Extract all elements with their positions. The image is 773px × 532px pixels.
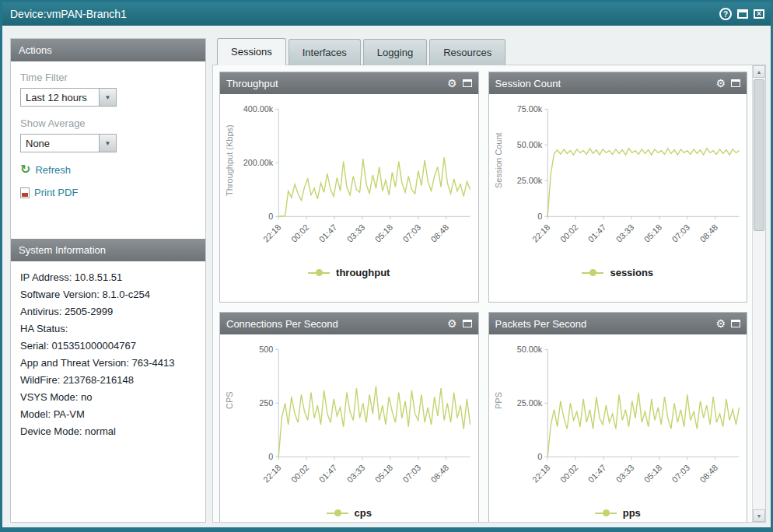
- svg-text:05:18: 05:18: [642, 463, 663, 485]
- session-count-y-axis-label: Session Count: [492, 102, 505, 219]
- scrollbar-thumb[interactable]: [754, 79, 764, 231]
- window-icon[interactable]: [731, 79, 740, 87]
- pps-legend: pps: [489, 507, 747, 519]
- vertical-scrollbar[interactable]: ▲ ▼: [752, 65, 765, 522]
- svg-text:08:48: 08:48: [428, 222, 450, 244]
- cps-legend: cps: [220, 507, 478, 519]
- svg-text:00:02: 00:02: [558, 463, 579, 485]
- time-filter-dropdown-button[interactable]: ▼: [99, 89, 116, 106]
- actions-header: Actions: [11, 39, 205, 61]
- gear-icon[interactable]: ⚙: [715, 78, 726, 89]
- svg-text:07:03: 07:03: [401, 222, 423, 244]
- throughput-panel-header: Throughput ⚙: [220, 72, 478, 94]
- show-average-label: Show Average: [20, 117, 196, 129]
- cps-chart: 025050022:1800:0201:4703:3305:1807:0308:…: [236, 339, 475, 499]
- window-icon[interactable]: [463, 320, 472, 327]
- info-app-threat-version: App and Threat Version: 763-4413: [20, 355, 196, 372]
- cps-panel-header: Connections Per Second ⚙: [220, 313, 478, 334]
- close-icon[interactable]: ×: [754, 9, 764, 19]
- svg-text:01:47: 01:47: [317, 463, 339, 485]
- legend-line-marker: [595, 513, 617, 514]
- system-information-header: System Information: [11, 239, 205, 261]
- throughput-legend-label: throughput: [336, 267, 390, 278]
- svg-text:08:48: 08:48: [428, 463, 450, 485]
- info-serial: Serial: 015351000004767: [20, 338, 196, 355]
- cps-chart-body: CPS 025050022:1800:0201:4703:3305:1807:0…: [220, 334, 478, 499]
- window-titlebar: Device:vmPAN-Branch1 ? ×: [2, 2, 771, 26]
- window-icon[interactable]: [463, 79, 472, 87]
- device-monitor-window: Device:vmPAN-Branch1 ? × Actions Time Fi…: [0, 0, 773, 532]
- throughput-panel: Throughput ⚙ Throughput (Kbps) 0200.00k4…: [219, 72, 479, 303]
- show-average-select[interactable]: None ▼: [20, 134, 117, 152]
- time-filter-label: Time Filter: [20, 72, 196, 83]
- titlebar-icons: ? ×: [719, 8, 764, 20]
- window-icon[interactable]: [731, 320, 740, 327]
- svg-text:08:48: 08:48: [698, 463, 719, 485]
- svg-text:01:47: 01:47: [586, 463, 607, 485]
- window-content: Actions Time Filter Last 12 hours ▼ Show…: [2, 26, 771, 527]
- tab-bar: Sessions Interfaces Logging Resources: [212, 38, 766, 65]
- scrollbar-track[interactable]: [753, 231, 765, 509]
- scroll-down-button[interactable]: ▼: [753, 509, 765, 522]
- chevron-down-icon: ▼: [105, 94, 111, 101]
- pps-legend-label: pps: [623, 507, 641, 519]
- svg-text:50.00k: 50.00k: [516, 345, 542, 354]
- time-filter-value: Last 12 hours: [21, 92, 99, 103]
- svg-text:25.00k: 25.00k: [516, 176, 542, 185]
- svg-text:400.00k: 400.00k: [243, 104, 274, 114]
- svg-text:03:33: 03:33: [345, 222, 367, 244]
- show-average-value: None: [21, 138, 99, 149]
- gear-icon[interactable]: ⚙: [447, 318, 457, 329]
- session-count-legend: sessions: [489, 267, 747, 278]
- cps-y-axis-label: CPS: [223, 342, 236, 459]
- tab-resources[interactable]: Resources: [429, 39, 505, 65]
- main-area: Sessions Interfaces Logging Resources Th…: [212, 38, 766, 523]
- svg-text:22:18: 22:18: [530, 222, 551, 244]
- info-ip-address: IP Address: 10.8.51.51: [20, 269, 196, 286]
- minimize-icon[interactable]: [737, 9, 748, 19]
- gear-icon[interactable]: ⚙: [715, 318, 726, 329]
- info-antivirus: Antivirus: 2505-2999: [20, 303, 196, 320]
- connections-per-second-panel: Connections Per Second ⚙ CPS 025050022:1…: [219, 312, 479, 522]
- legend-line-marker: [327, 513, 348, 514]
- svg-text:0: 0: [537, 452, 542, 461]
- svg-text:03:33: 03:33: [614, 463, 635, 485]
- pps-y-axis-label: PPS: [492, 342, 505, 459]
- actions-panel: Time Filter Last 12 hours ▼ Show Average…: [11, 61, 205, 239]
- pps-panel-title: Packets Per Second: [495, 318, 716, 330]
- charts-grid: Throughput ⚙ Throughput (Kbps) 0200.00k4…: [213, 65, 752, 522]
- svg-text:05:18: 05:18: [373, 463, 395, 485]
- pps-chart-body: PPS 025.00k50.00k22:1800:0201:4703:3305:…: [489, 334, 747, 499]
- refresh-link[interactable]: ↻ Refresh: [20, 163, 71, 176]
- svg-text:250: 250: [259, 398, 273, 408]
- svg-text:22:18: 22:18: [261, 463, 283, 485]
- tab-interfaces[interactable]: Interfaces: [289, 39, 361, 65]
- svg-text:08:48: 08:48: [698, 222, 719, 244]
- svg-text:07:03: 07:03: [670, 222, 691, 244]
- session-count-chart: 025.00k50.00k75.00k22:1800:0201:4703:330…: [505, 99, 744, 259]
- window-title: Device:vmPAN-Branch1: [10, 8, 127, 20]
- print-pdf-link[interactable]: Print PDF: [20, 187, 78, 198]
- tab-logging[interactable]: Logging: [363, 39, 427, 65]
- legend-line-marker: [582, 272, 603, 274]
- scroll-up-button[interactable]: ▲: [753, 65, 765, 78]
- info-software-version: Software Version: 8.1.0-c254: [20, 286, 196, 303]
- show-average-dropdown-button[interactable]: ▼: [99, 135, 116, 152]
- gear-icon[interactable]: ⚙: [447, 78, 457, 89]
- throughput-chart-body: Throughput (Kbps) 0200.00k400.00k22:1800…: [220, 94, 478, 259]
- svg-text:0: 0: [268, 452, 273, 461]
- packets-per-second-panel: Packets Per Second ⚙ PPS 025.00k50.00k22…: [488, 312, 748, 522]
- svg-text:75.00k: 75.00k: [516, 104, 542, 114]
- svg-text:03:33: 03:33: [345, 463, 367, 485]
- svg-text:00:02: 00:02: [289, 222, 311, 244]
- svg-text:03:33: 03:33: [614, 222, 635, 244]
- refresh-icon: ↻: [20, 163, 30, 176]
- info-model: Model: PA-VM: [20, 406, 196, 423]
- info-ha-status: HA Status:: [20, 320, 196, 338]
- pps-panel-header: Packets Per Second ⚙: [489, 313, 747, 334]
- tab-sessions[interactable]: Sessions: [217, 38, 286, 65]
- svg-text:00:02: 00:02: [289, 463, 311, 485]
- help-icon[interactable]: ?: [719, 8, 732, 20]
- session-count-legend-label: sessions: [610, 267, 653, 278]
- time-filter-select[interactable]: Last 12 hours ▼: [20, 88, 117, 107]
